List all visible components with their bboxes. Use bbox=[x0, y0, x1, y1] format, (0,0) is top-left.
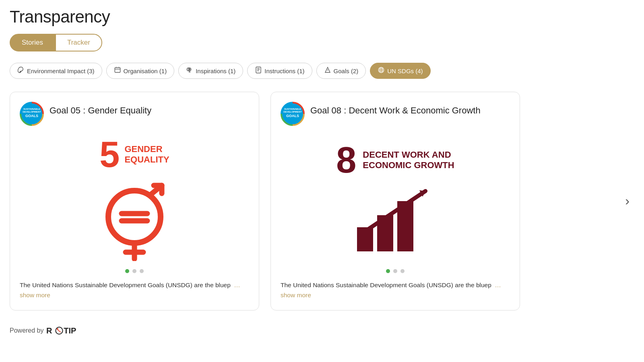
instructions-icon bbox=[255, 66, 262, 75]
svg-line-42 bbox=[58, 330, 61, 332]
goals-icon bbox=[324, 66, 331, 75]
organisation-icon bbox=[114, 66, 121, 75]
svg-point-7 bbox=[189, 69, 190, 70]
filter-inspirations-label: Inspirations (1) bbox=[196, 68, 235, 74]
card-goal5-title: Goal 05 : Gender Equality bbox=[50, 102, 151, 117]
dot-1[interactable] bbox=[386, 269, 390, 273]
unsdgs-icon bbox=[378, 66, 385, 75]
dot-3[interactable] bbox=[400, 269, 405, 273]
tab-stories[interactable]: Stories bbox=[10, 34, 55, 51]
filter-bar: Environmental Impact (3) Organisation (1… bbox=[10, 63, 634, 79]
svg-text:R: R bbox=[46, 326, 52, 335]
filter-unsdgs-label: UN SDGs (4) bbox=[387, 68, 423, 74]
card-goal5-dots bbox=[20, 269, 249, 273]
inspirations-icon bbox=[186, 66, 193, 75]
footer: Powered by R TIP bbox=[10, 325, 634, 336]
card-goal8-title: Goal 08 : Decent Work & Economic Growth bbox=[310, 102, 481, 117]
next-arrow[interactable]: › bbox=[620, 189, 634, 213]
tab-tracker[interactable]: Tracker bbox=[55, 34, 102, 51]
svg-text:GOALS: GOALS bbox=[286, 114, 299, 118]
filter-instructions[interactable]: Instructions (1) bbox=[247, 63, 312, 79]
goal5-text: GENDEREQUALITY bbox=[124, 144, 169, 165]
dot-2[interactable] bbox=[132, 269, 136, 273]
goal8-visual: 8 DECENT WORK ANDECONOMIC GROWTH bbox=[281, 132, 510, 269]
svg-rect-0 bbox=[115, 68, 120, 72]
filter-unsdgs[interactable]: UN SDGs (4) bbox=[370, 63, 430, 79]
filter-instructions-label: Instructions (1) bbox=[264, 68, 304, 74]
card-goal5-show-more[interactable]: …show more bbox=[20, 282, 240, 298]
rootip-brand: R TIP bbox=[46, 325, 78, 336]
card-goal8-desc: The United Nations Sustainable Developme… bbox=[281, 280, 510, 300]
filter-organisation-label: Organisation (1) bbox=[124, 68, 167, 74]
filter-environmental-label: Environmental Impact (3) bbox=[27, 68, 95, 74]
goal5-visual: 5 GENDEREQUALITY bbox=[20, 132, 249, 269]
dot-3[interactable] bbox=[140, 269, 144, 273]
dot-1[interactable] bbox=[125, 269, 129, 273]
sdg-logo-goal8: SUSTAINABLE DEVELOPMENT GOALS bbox=[281, 102, 305, 126]
rootip-logo-svg: R TIP bbox=[46, 325, 78, 336]
svg-text:DEVELOPMENT: DEVELOPMENT bbox=[283, 111, 302, 113]
card-goal5-desc: The United Nations Sustainable Developme… bbox=[20, 280, 249, 300]
svg-point-41 bbox=[57, 328, 58, 330]
goal8-number: 8 bbox=[336, 142, 356, 178]
filter-goals-label: Goals (2) bbox=[334, 68, 359, 74]
economic-growth-icon bbox=[351, 183, 440, 255]
svg-text:DEVELOPMENT: DEVELOPMENT bbox=[23, 111, 41, 113]
filter-goals[interactable]: Goals (2) bbox=[316, 63, 366, 79]
page-title: Transparency bbox=[10, 7, 634, 27]
card-goal8: SUSTAINABLE DEVELOPMENT GOALS Goal 08 : … bbox=[270, 92, 520, 311]
card-goal5: SUSTAINABLE DEVELOPMENT GOALS Goal 05 : … bbox=[10, 92, 259, 311]
cards-area: SUSTAINABLE DEVELOPMENT GOALS Goal 05 : … bbox=[10, 92, 634, 311]
svg-text:SUSTAINABLE: SUSTAINABLE bbox=[284, 108, 301, 110]
filter-inspirations[interactable]: Inspirations (1) bbox=[178, 63, 243, 79]
cards-row: SUSTAINABLE DEVELOPMENT GOALS Goal 05 : … bbox=[10, 92, 616, 311]
svg-text:TIP: TIP bbox=[64, 326, 76, 335]
card-goal8-header: SUSTAINABLE DEVELOPMENT GOALS Goal 08 : … bbox=[281, 102, 510, 126]
card-goal8-show-more[interactable]: …show more bbox=[281, 282, 501, 298]
tab-bar: Stories Tracker bbox=[10, 34, 634, 51]
sdg-logo-goal5: SUSTAINABLE DEVELOPMENT GOALS bbox=[20, 102, 44, 126]
goal8-text: DECENT WORK ANDECONOMIC GROWTH bbox=[363, 150, 454, 171]
gender-equality-icon bbox=[94, 181, 175, 261]
svg-rect-8 bbox=[256, 67, 261, 73]
environmental-icon bbox=[17, 66, 25, 75]
filter-environmental[interactable]: Environmental Impact (3) bbox=[10, 63, 102, 79]
card-goal5-header: SUSTAINABLE DEVELOPMENT GOALS Goal 05 : … bbox=[20, 102, 249, 126]
svg-text:GOALS: GOALS bbox=[25, 114, 38, 118]
dot-2[interactable] bbox=[393, 269, 397, 273]
card-goal8-dots bbox=[281, 269, 510, 273]
powered-by-text: Powered by bbox=[10, 327, 44, 334]
svg-text:SUSTAINABLE: SUSTAINABLE bbox=[23, 108, 40, 110]
svg-point-24 bbox=[108, 191, 161, 243]
goal5-number: 5 bbox=[99, 136, 120, 173]
filter-organisation[interactable]: Organisation (1) bbox=[106, 63, 175, 79]
